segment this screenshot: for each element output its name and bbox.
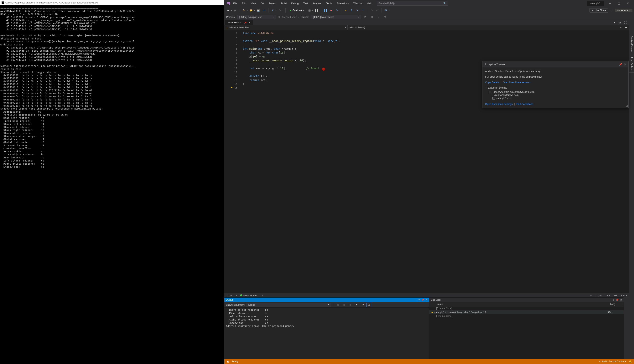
fullscreen-icon[interactable]: ⛶ xyxy=(623,20,628,25)
team-explorer-tab[interactable]: Team Explorer xyxy=(629,55,634,72)
error-glyph-icon[interactable]: ✕ xyxy=(322,68,325,71)
issues-text[interactable]: No issues found xyxy=(243,294,258,297)
process-selector[interactable]: [53864] example1.exe▾ xyxy=(237,15,276,19)
panel-dropdown-icon[interactable]: ▾ xyxy=(418,298,420,301)
collapse-icon[interactable]: ▲ xyxy=(485,87,487,89)
menu-window[interactable]: Window xyxy=(351,1,364,6)
console-output[interactable]: ========================================… xyxy=(0,6,224,364)
menu-build[interactable]: Build xyxy=(279,1,289,6)
file-tab-example1[interactable]: example1.cpp 📌 ✕ xyxy=(225,20,253,25)
project-scope-selector[interactable]: 🗂Miscellaneous Files▾ xyxy=(224,25,348,30)
show-next-icon[interactable]: → xyxy=(343,8,348,13)
callstack-title[interactable]: Call Stack ▾📌✕ xyxy=(429,298,623,302)
search-icon[interactable]: 🔍 xyxy=(443,2,446,4)
split-editor-icon[interactable]: ⬌ xyxy=(624,25,628,30)
menu-file[interactable]: File xyxy=(231,1,239,6)
console-titlebar[interactable]: C:\ C:\MSDN\cpp-docs-pr\docs\c-language\… xyxy=(0,0,224,6)
stack-frame-icon[interactable]: ▤ xyxy=(369,15,374,20)
nav-back-icon[interactable]: ◀ xyxy=(226,8,231,13)
exception-settings-header[interactable]: Exception Settings xyxy=(488,86,507,89)
add-source-control-button[interactable]: ＋Add to Source Control ▴ xyxy=(598,360,626,363)
step-into-icon[interactable]: ↧ xyxy=(349,8,354,13)
redo-icon[interactable]: ↷ xyxy=(278,8,282,13)
break-checkbox-row[interactable]: Break when this exception type is thrown xyxy=(485,90,626,94)
pause-icon[interactable]: ❚❚ xyxy=(323,8,328,13)
line-number-gutter[interactable]: 123456789101112131415 xyxy=(224,30,241,293)
indent-mode[interactable]: SPC xyxy=(613,294,618,297)
cursor-line[interactable]: Ln: 15 xyxy=(596,294,602,297)
step-over-icon[interactable]: ↷ xyxy=(355,8,359,13)
solution-name-tab[interactable]: example1 xyxy=(587,1,604,6)
popup-close-icon[interactable]: ✕ xyxy=(624,63,626,66)
cursor-char[interactable]: Ch: 1 xyxy=(605,294,610,297)
panel-pin-icon[interactable]: 📌 xyxy=(421,298,424,301)
callstack-row[interactable]: [External Code] xyxy=(429,314,623,318)
menu-git[interactable]: Git xyxy=(259,1,266,6)
restart-icon[interactable]: ⟳ xyxy=(335,8,339,13)
start-live-share-link[interactable]: Start Live Share session... xyxy=(503,81,532,84)
menu-help[interactable]: Help xyxy=(365,1,374,6)
output-prev-icon[interactable]: ≣ xyxy=(342,302,346,307)
vs-titlebar[interactable]: File Edit View Git Project Build Debug T… xyxy=(224,0,634,6)
output-find-icon[interactable]: ≣ xyxy=(336,302,340,307)
undo-icon[interactable]: ↶ xyxy=(270,8,275,13)
diag-tools-icon[interactable]: ⚙ xyxy=(384,8,388,13)
open-exception-settings-link[interactable]: Open Exception Settings xyxy=(485,102,513,106)
new-project-icon[interactable]: 🗎 xyxy=(242,8,246,13)
edit-conditions-link[interactable]: Edit Conditions xyxy=(516,102,533,106)
cs-dropdown-icon[interactable]: ▾ xyxy=(613,298,614,301)
menu-tools[interactable]: Tools xyxy=(324,1,334,6)
lifecycle-label[interactable]: Lifecycle Events xyxy=(281,16,297,18)
reverse-step-icon[interactable]: ⟲ xyxy=(369,8,374,13)
copy-details-link[interactable]: Copy Details xyxy=(485,81,499,84)
window-close-button[interactable]: ✕ xyxy=(623,0,632,6)
panel-close-icon[interactable]: ✕ xyxy=(426,298,428,301)
module-checkbox[interactable] xyxy=(492,97,495,100)
thread-selector[interactable]: [49020] Main Thread▾ xyxy=(311,15,361,19)
menu-edit[interactable]: Edit xyxy=(240,1,248,6)
menu-analyze[interactable]: Analyze xyxy=(310,1,323,6)
solution-explorer-tab[interactable]: Solution Explorer xyxy=(629,34,634,54)
exception-popup-header[interactable]: Exception Thrown 📌✕ xyxy=(482,62,628,67)
menu-extensions[interactable]: Extensions xyxy=(335,1,351,6)
close-tab-icon[interactable]: ✕ xyxy=(248,21,250,24)
output-toggle-icon[interactable]: ⊞ xyxy=(366,302,371,307)
output-text[interactable]: Intra object redzone: bb ASan internal: … xyxy=(224,308,429,359)
output-wrap-icon[interactable]: ↩ xyxy=(360,302,365,307)
zoom-level[interactable]: 111 % xyxy=(226,294,232,297)
open-file-icon[interactable]: 📂 xyxy=(249,8,253,13)
continue-button[interactable]: ▶Continue ▾ xyxy=(288,8,306,12)
cs-close-icon[interactable]: ✕ xyxy=(620,298,622,301)
popup-pin-icon[interactable]: 📌 xyxy=(619,63,622,66)
member-scope-selector[interactable]: (Global Scope)▾ xyxy=(348,25,623,30)
hotreload-icon[interactable]: ▦ xyxy=(307,8,312,13)
break-all-icon[interactable]: ❚❚ xyxy=(314,8,319,13)
stop-icon[interactable]: ■ xyxy=(329,8,333,13)
callstack-row[interactable]: [External Code] xyxy=(429,306,623,310)
window-maximize-button[interactable]: ▢ xyxy=(615,0,623,6)
nav-fwd-icon[interactable]: ▶ xyxy=(233,8,238,13)
menu-test[interactable]: Test xyxy=(301,1,310,6)
reverse-step2-icon[interactable]: ⟳ xyxy=(375,8,380,13)
window-minimize-button[interactable]: ─ xyxy=(606,0,614,6)
menu-project[interactable]: Project xyxy=(267,1,278,6)
output-panel-title[interactable]: Output ▾📌✕ xyxy=(224,298,429,302)
save-all-icon[interactable]: 🗃 xyxy=(262,8,266,13)
output-clear-icon[interactable]: ✖ xyxy=(354,302,359,307)
module-checkbox-row[interactable]: example1.exe xyxy=(485,96,626,100)
pin-icon[interactable]: 📌 xyxy=(244,22,247,24)
line-ending[interactable]: CRLF xyxy=(621,294,627,297)
stack-sort-icon[interactable]: ↕ xyxy=(376,15,381,20)
save-icon[interactable]: 💾 xyxy=(256,8,261,13)
tab-settings-icon[interactable]: ⚙ xyxy=(618,20,622,25)
step-out-icon[interactable]: ↥ xyxy=(361,8,365,13)
break-checkbox[interactable] xyxy=(489,91,491,93)
resize-grip-icon[interactable]: ◢ xyxy=(626,104,628,107)
flag-icon[interactable]: ⚑ xyxy=(363,15,367,20)
output-next-icon[interactable]: ≣ xyxy=(348,302,353,307)
callstack-row-current[interactable]: ➔example1.exe!main(int argc, char * * ar… xyxy=(429,310,623,314)
stack-frame2-icon[interactable]: ⊞ xyxy=(382,15,387,20)
output-source-selector[interactable]: Debug▾ xyxy=(246,303,331,307)
callstack-header[interactable]: Name Lang xyxy=(429,302,623,306)
menu-debug[interactable]: Debug xyxy=(289,1,300,6)
